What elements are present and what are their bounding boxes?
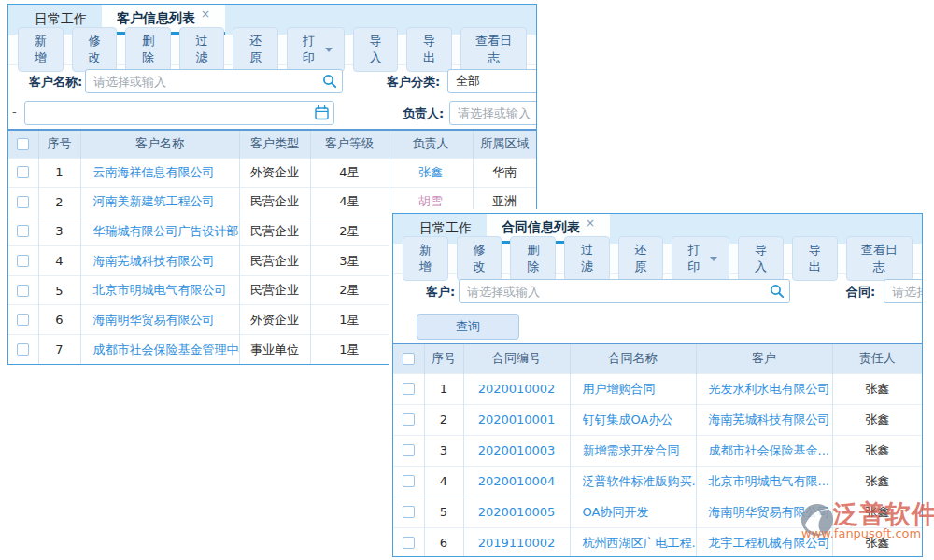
toolbar-button-label: 过滤	[191, 33, 213, 66]
column-header: 责任人	[832, 343, 922, 373]
row-checkbox-cell	[393, 373, 424, 404]
contract-code-link[interactable]: 2019110002	[463, 527, 570, 557]
customer-name-link[interactable]: 云南海祥信息有限公司	[80, 158, 239, 188]
table-row[interactable]: 22020010001钉钉集成OA办公海南芜城科技有限公司张鑫	[393, 404, 922, 435]
toolbar-button-label: 修改	[469, 242, 490, 275]
contract-field	[884, 279, 923, 303]
customer-name-link[interactable]: 成都市社会保险基金管理中心	[80, 335, 239, 365]
query-row: 查询	[393, 308, 922, 343]
owner-field	[449, 101, 537, 125]
query-button[interactable]: 查询	[417, 314, 519, 340]
customer-link[interactable]: 北京市明城电气有限...	[696, 466, 832, 497]
row-checkbox[interactable]	[17, 196, 29, 208]
contract-customer-input[interactable]	[459, 279, 790, 303]
column-header: 客户	[696, 343, 832, 373]
row-checkbox[interactable]	[17, 285, 29, 297]
customer-name-link[interactable]: 北京市明城电气有限公司	[80, 275, 239, 305]
table-row[interactable]: 1云南海祥信息有限公司外资企业4星张鑫华南	[8, 158, 536, 188]
customer-category-field: 全部	[447, 69, 537, 93]
cell-no: 6	[424, 527, 463, 557]
header-checkbox-cell	[393, 343, 424, 373]
contract-name-link[interactable]: OA协同开发	[570, 497, 696, 527]
column-header: 合同编号	[463, 343, 570, 373]
contract-code-link[interactable]: 2020010002	[463, 373, 570, 404]
contract-name-link[interactable]: 杭州西湖区广电工程...	[570, 527, 696, 557]
row-checkbox-cell	[393, 466, 424, 497]
select-all-checkbox[interactable]	[17, 138, 29, 150]
customer-link[interactable]: 龙宇工程机械有限公司	[696, 527, 832, 557]
table-row[interactable]: 32020010003新增需求开发合同成都市社会保险基金...张鑫	[393, 435, 922, 466]
customer-name-input[interactable]	[85, 69, 343, 93]
toolbar-button-label: 导入	[365, 33, 387, 66]
customer-link[interactable]: 海南明华贸易有限公司	[696, 497, 832, 527]
row-checkbox[interactable]	[17, 225, 29, 237]
table-row[interactable]: 52020010005OA协同开发海南明华贸易有限公司张鑫	[393, 497, 922, 527]
contract-search-row: 客户: 合同:	[393, 274, 922, 308]
calendar-icon[interactable]	[315, 105, 329, 120]
row-checkbox[interactable]	[403, 506, 415, 518]
desktop: 日常工作 客户信息列表 × 新增修改删除过滤还原打印导入导出查看日志 客户名称:…	[0, 0, 934, 560]
contract-name-link[interactable]: 泛普软件标准版购买...	[570, 466, 696, 497]
row-checkbox[interactable]	[403, 475, 415, 487]
toolbar-button-label: 过滤	[576, 242, 598, 275]
customer-category-select[interactable]: 全部	[447, 69, 537, 93]
customer-link[interactable]: 成都市社会保险基金...	[696, 435, 832, 466]
cell-customer-type: 民营企业	[239, 217, 310, 246]
customer-name-link[interactable]: 海南明华贸易有限公司	[80, 305, 239, 335]
row-checkbox[interactable]	[403, 383, 415, 395]
customer-link[interactable]: 光发水利水电有限公司	[696, 373, 832, 404]
column-header: 客户名称	[80, 130, 239, 158]
cell-no: 4	[424, 466, 463, 497]
contract-code-link[interactable]: 2020010004	[463, 466, 570, 497]
owner-input[interactable]	[449, 101, 537, 125]
customer-name-link[interactable]: 海南芜城科技有限公司	[80, 246, 239, 276]
cell-customer-level: 4星	[310, 158, 389, 188]
row-checkbox[interactable]	[17, 314, 29, 326]
table-row[interactable]: 12020010002用户增购合同光发水利水电有限公司张鑫	[393, 373, 922, 404]
row-checkbox[interactable]	[403, 413, 415, 426]
contract-name-link[interactable]: 用户增购合同	[570, 373, 696, 404]
contract-table-header: 序号合同编号合同名称客户责任人	[393, 343, 922, 373]
row-checkbox-cell	[8, 158, 38, 188]
contract-label: 合同:	[846, 284, 875, 301]
header-checkbox-cell	[8, 130, 38, 158]
cell-owner: 张鑫	[832, 435, 922, 466]
search-icon[interactable]	[770, 284, 785, 299]
row-checkbox-cell	[393, 497, 424, 527]
customer-name-link[interactable]: 华瑞城有限公司广告设计部	[80, 217, 239, 246]
table-row[interactable]: 42020010004泛普软件标准版购买...北京市明城电气有限...张鑫	[393, 466, 922, 497]
row-checkbox[interactable]	[17, 343, 29, 356]
cell-no: 5	[424, 497, 463, 527]
column-header: 负责人	[389, 130, 473, 158]
customer-link[interactable]: 海南芜城科技有限公司	[696, 404, 832, 435]
contract-customer-field	[459, 279, 790, 303]
customer-name-link[interactable]: 河南美新建筑工程公司	[80, 188, 239, 217]
toolbar-button-label: 删除	[137, 33, 159, 66]
owner-link[interactable]: 张鑫	[389, 158, 473, 188]
close-icon[interactable]: ×	[201, 7, 210, 21]
column-header: 合同名称	[570, 343, 696, 373]
toolbar-button-label: 新增	[415, 242, 436, 275]
contract-code-link[interactable]: 2020010005	[463, 497, 570, 527]
row-checkbox-cell	[393, 435, 424, 466]
row-checkbox[interactable]	[17, 166, 29, 178]
contract-name-link[interactable]: 钉钉集成OA办公	[570, 404, 696, 435]
contract-code-link[interactable]: 2020010003	[463, 435, 570, 466]
contract-input[interactable]	[884, 279, 923, 303]
toolbar-button-label: 新增	[30, 33, 51, 66]
date-input[interactable]	[24, 101, 334, 125]
row-checkbox[interactable]	[403, 444, 415, 456]
cell-no: 3	[38, 217, 80, 246]
row-checkbox[interactable]	[403, 537, 415, 549]
toolbar-button-label: 查看日志	[858, 242, 900, 275]
row-checkbox[interactable]	[17, 255, 29, 267]
table-row[interactable]: 62019110002杭州西湖区广电工程...龙宇工程机械有限公司张鑫	[393, 527, 922, 557]
select-all-checkbox[interactable]	[403, 353, 415, 365]
contract-code-link[interactable]: 2020010001	[463, 404, 570, 435]
row-checkbox-cell	[8, 335, 38, 365]
cell-no: 2	[38, 188, 80, 217]
toolbar-button-label: 导入	[750, 242, 771, 275]
search-icon[interactable]	[322, 74, 337, 89]
close-icon[interactable]: ×	[586, 217, 595, 230]
contract-name-link[interactable]: 新增需求开发合同	[570, 435, 696, 466]
